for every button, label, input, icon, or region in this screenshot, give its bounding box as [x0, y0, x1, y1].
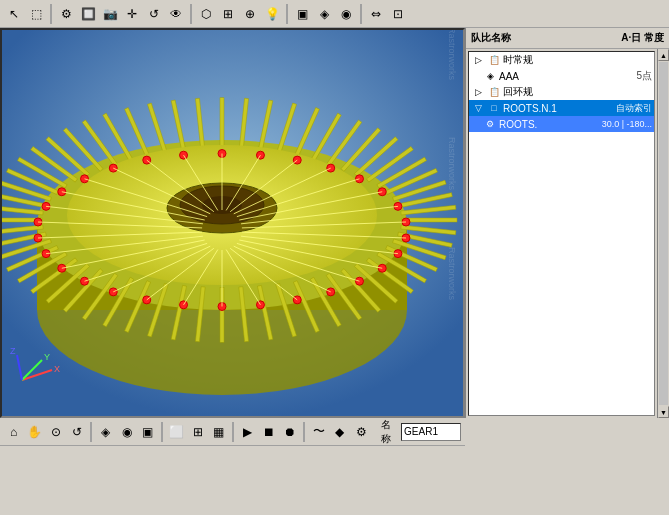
vp-solid-icon[interactable]: ◉ [117, 422, 136, 442]
col-name-header: 队比名称 [468, 30, 568, 46]
vp-play-icon[interactable]: ▶ [238, 422, 257, 442]
name-input[interactable] [401, 423, 461, 441]
vp-record-icon[interactable]: ⏺ [280, 422, 299, 442]
tree-item-2[interactable]: ◈ AAA 5点 [469, 68, 654, 84]
tree-expand-4: ▽ [471, 101, 485, 115]
svg-text:X: X [54, 364, 60, 374]
tree-label-3: 回环规 [503, 85, 652, 99]
tree-item-3[interactable]: ▷ 📋 回环规 [469, 84, 654, 100]
toolbar-separator-2 [190, 4, 192, 24]
vp-render-icon[interactable]: ▣ [138, 422, 157, 442]
tree-icon-4: □ [487, 101, 501, 115]
scroll-thumb[interactable] [659, 62, 668, 405]
right-panel-header: 队比名称 A·日 常度 [466, 28, 669, 49]
vp-stop-icon[interactable]: ⏹ [259, 422, 278, 442]
tree-scrollbar[interactable]: ▲ ▼ [657, 49, 669, 418]
toolbar-eye-icon[interactable]: 👁 [166, 4, 186, 24]
scroll-up-btn[interactable]: ▲ [658, 49, 669, 61]
viewport-bottom-toolbar: ⌂ ✋ ⊙ ↺ ◈ ◉ ▣ ⬜ ⊞ ▦ ▶ ⏹ ⏺ 〜 ◆ ⚙ 名称 [0, 418, 465, 446]
vp-pan-icon[interactable]: ✋ [25, 422, 44, 442]
vp-side-icon[interactable]: ▦ [209, 422, 228, 442]
toolbar-solid-icon[interactable]: ◉ [336, 4, 356, 24]
toolbar-snap-icon[interactable]: ⊡ [388, 4, 408, 24]
toolbar-render-icon[interactable]: ▣ [292, 4, 312, 24]
toolbar-scale-icon[interactable]: ⇔ [366, 4, 386, 24]
top-toolbar: ↖ ⬚ ⚙ 🔲 📷 ✛ ↺ 👁 ⬡ ⊞ ⊕ 💡 ▣ ◈ ◉ ⇔ ⊡ [0, 0, 669, 28]
toolbar-separator-1 [50, 4, 52, 24]
toolbar-wire-icon[interactable]: ◈ [314, 4, 334, 24]
vp-front-icon[interactable]: ⬜ [167, 422, 186, 442]
toolbar-gear-icon[interactable]: ⚙ [56, 4, 76, 24]
toolbar-axis-icon[interactable]: ⊕ [240, 4, 260, 24]
tree-item-4[interactable]: ▽ □ ROOTS.N.1 自动索引 [469, 100, 654, 116]
vp-sep-4 [303, 422, 305, 442]
toolbar-separator-3 [286, 4, 288, 24]
svg-text:Rastrorworks: Rastrorworks [447, 247, 457, 301]
viewport-3d[interactable]: X Y Z Rastrorworks Rastrorworks Rastrorw… [0, 28, 465, 418]
toolbar-grid-icon[interactable]: ⊞ [218, 4, 238, 24]
tree-item-5[interactable]: ⚙ ROOTS. 30.0 | -180... [469, 116, 654, 132]
tree-icon-2: ◈ [483, 69, 497, 83]
col-value-header: A·日 常度 [568, 30, 668, 46]
vp-rotate-icon[interactable]: ↺ [67, 422, 86, 442]
toolbar-view-icon[interactable]: 🔲 [78, 4, 98, 24]
tree-expand-1: ▷ [471, 53, 485, 67]
vp-wireframe-icon[interactable]: ◈ [96, 422, 115, 442]
main-area: X Y Z Rastrorworks Rastrorworks Rastrorw… [0, 28, 669, 515]
name-label: 名称 [381, 418, 397, 446]
right-panel: 队比名称 A·日 常度 ▷ 📋 时常规 ◈ AAA 5点 ▷ [465, 28, 669, 418]
svg-text:Y: Y [44, 352, 50, 362]
svg-rect-4 [220, 98, 224, 153]
tree-icon-5: ⚙ [483, 117, 497, 131]
vp-home-icon[interactable]: ⌂ [4, 422, 23, 442]
toolbar-move-icon[interactable]: ✛ [122, 4, 142, 24]
svg-text:Rastrorworks: Rastrorworks [447, 137, 457, 191]
vp-sep-3 [232, 422, 234, 442]
vp-diamond-icon[interactable]: ◆ [330, 422, 349, 442]
tree-label-4: ROOTS.N.1 [503, 103, 616, 114]
svg-text:Rastrorworks: Rastrorworks [447, 30, 457, 80]
toolbar-separator-4 [360, 4, 362, 24]
toolbar-select-icon[interactable]: ⬚ [26, 4, 46, 24]
gear-svg: X Y Z Rastrorworks Rastrorworks Rastrorw… [2, 30, 465, 418]
tree-value-4: 自动索引 [616, 102, 652, 115]
tree-label-5: ROOTS. [499, 119, 602, 130]
vp-zoom-icon[interactable]: ⊙ [46, 422, 65, 442]
tree-value-2: 5点 [636, 69, 652, 83]
svg-text:Z: Z [10, 346, 16, 356]
scene-tree[interactable]: ▷ 📋 时常规 ◈ AAA 5点 ▷ 📋 回环规 ▽ [468, 51, 655, 416]
toolbar-mesh-icon[interactable]: ⬡ [196, 4, 216, 24]
tree-label-2: AAA [499, 71, 636, 82]
toolbar-arrow-icon[interactable]: ↖ [4, 4, 24, 24]
vp-sep-2 [161, 422, 163, 442]
toolbar-light-icon[interactable]: 💡 [262, 4, 282, 24]
tree-item-1[interactable]: ▷ 📋 时常规 [469, 52, 654, 68]
tree-icon-3: 📋 [487, 85, 501, 99]
vp-sep-1 [90, 422, 92, 442]
toolbar-rotate-icon[interactable]: ↺ [144, 4, 164, 24]
vp-wave-icon[interactable]: 〜 [309, 422, 328, 442]
tree-icon-1: 📋 [487, 53, 501, 67]
vp-top-icon[interactable]: ⊞ [188, 422, 207, 442]
tree-expand-3: ▷ [471, 85, 485, 99]
toolbar-camera-icon[interactable]: 📷 [100, 4, 120, 24]
tree-value-5: 30.0 | -180... [602, 119, 652, 129]
tree-label-1: 时常规 [503, 53, 652, 67]
vp-settings-icon[interactable]: ⚙ [352, 422, 371, 442]
scroll-down-btn[interactable]: ▼ [658, 406, 669, 418]
